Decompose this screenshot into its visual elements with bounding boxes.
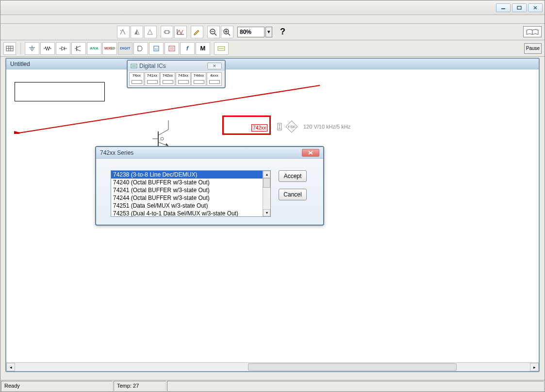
help-button[interactable]: ?	[280, 27, 285, 37]
svg-text:FSK: FSK	[288, 125, 296, 129]
list-item[interactable]: 74240 (Octal BUFFER w/3-state Out)	[111, 179, 263, 186]
digital-ic-74xx-button[interactable]: 74xx	[129, 72, 144, 86]
window-titlebar	[0, 0, 545, 15]
fsk-text: 120 V/10 kHz/5 kHz	[303, 124, 350, 130]
hscroll-thumb[interactable]	[248, 363, 457, 371]
tool-rotate-right-button[interactable]	[144, 26, 157, 38]
transistor-tool-button[interactable]	[71, 42, 86, 55]
mixed-tool-button[interactable]: MIXED	[102, 42, 117, 55]
svg-rect-36	[170, 47, 174, 50]
window-minimize-button[interactable]	[496, 3, 511, 12]
zoom-out-button[interactable]	[207, 26, 220, 38]
svg-rect-51	[132, 65, 136, 67]
zoom-input[interactable]	[237, 27, 264, 37]
digital-ics-titlebar[interactable]: Digital ICs ✕	[128, 61, 225, 71]
pause-button[interactable]: Pause	[524, 43, 542, 54]
list-item[interactable]: 74241 (Octal BUFFER w/3-state Out)	[111, 186, 263, 194]
horizontal-scrollbar[interactable]: ◂ ▸	[6, 362, 539, 371]
digital-ics-panel: Digital ICs ✕ 74xx741xx742xx743xx744xx4x…	[127, 60, 226, 88]
digital-ic-741xx-button[interactable]: 741xx	[145, 72, 160, 86]
function-tool-button[interactable]: f	[180, 42, 195, 55]
svg-line-42	[158, 130, 168, 135]
zoom-in-button[interactable]	[221, 26, 233, 38]
svg-text:IC: IC	[155, 48, 158, 50]
listbox-scroll-thumb[interactable]	[263, 178, 270, 188]
hscroll-left-arrow[interactable]: ◂	[6, 363, 15, 371]
svg-point-39	[161, 137, 164, 140]
highlighted-742xx-box: 742xx	[222, 115, 271, 135]
svg-rect-5	[165, 31, 169, 33]
svg-line-31	[77, 46, 81, 48]
digit-tool-button[interactable]: DIGIT	[118, 42, 132, 55]
list-item[interactable]: 74253 (Dual 4-to-1 Data Sel/MUX w/3-stat…	[111, 210, 263, 216]
digital-ics-title: Digital ICs	[139, 63, 166, 69]
ana-tool-button[interactable]: ANA	[87, 42, 101, 55]
tool-rotate-left-button[interactable]	[117, 26, 130, 38]
series-dialog-title: 742xx Series	[100, 149, 133, 156]
status-ready: Ready	[1, 381, 113, 392]
list-item[interactable]: 74251 (Data Sel/MUX w/3-state Out)	[111, 202, 263, 210]
chip-tool-button[interactable]: IC	[149, 42, 164, 55]
resistor-tool-button[interactable]	[40, 42, 55, 55]
hscroll-right-arrow[interactable]: ▸	[530, 363, 539, 371]
diode-tool-button[interactable]	[56, 42, 70, 55]
document-title: Untitled	[10, 61, 30, 67]
svg-rect-1	[517, 6, 521, 9]
series-dialog-close-button[interactable]	[302, 149, 319, 157]
svg-line-11	[215, 33, 216, 35]
m-tool-button[interactable]: M	[196, 42, 210, 55]
status-bar: Ready Temp: 27	[0, 380, 545, 392]
manual-icon[interactable]	[523, 26, 542, 37]
canvas-panel-box	[15, 82, 105, 101]
digital-ic-742xx-button[interactable]: 742xx	[160, 72, 175, 86]
instrument-tool-button[interactable]	[214, 42, 229, 55]
ground-tool-button[interactable]	[25, 42, 39, 55]
digital-ic-743xx-button[interactable]: 743xx	[176, 72, 191, 86]
digital-ics-close-button[interactable]: ✕	[207, 63, 222, 69]
svg-line-32	[77, 49, 81, 51]
window-close-button[interactable]	[528, 3, 543, 12]
display-tool-button[interactable]	[165, 42, 179, 55]
fsk-component[interactable]: FSK 120 V/10 kHz/5 kHz	[277, 119, 350, 134]
toolbar-primary: ▾ ?	[0, 24, 545, 40]
series-dialog-titlebar[interactable]: 742xx Series	[96, 147, 323, 159]
list-item[interactable]: 74244 (Octal BUFFER w/3-state Out)	[111, 194, 263, 202]
listbox-scroll-down[interactable]: ▾	[263, 209, 270, 216]
listbox-scroll-up[interactable]: ▴	[263, 171, 270, 178]
zoom-dropdown-button[interactable]: ▾	[265, 27, 272, 37]
toolbar-parts: ANA MIXED DIGIT IC f M Pause	[0, 40, 545, 57]
window-maximize-button[interactable]	[512, 3, 527, 12]
tool-component-button[interactable]	[161, 26, 173, 38]
status-empty	[167, 381, 544, 392]
highlighted-742xx-label: 742xx	[251, 124, 267, 131]
document-titlebar: Untitled	[6, 59, 539, 69]
accept-button[interactable]: Accept	[279, 170, 307, 182]
tool-graph-button[interactable]	[174, 26, 187, 38]
cancel-button[interactable]: Cancel	[279, 189, 307, 200]
digital-ic-4xxx-button[interactable]: 4xxx	[207, 72, 222, 86]
svg-line-14	[228, 33, 230, 35]
digital-ic-744xx-button[interactable]: 744xx	[191, 72, 206, 86]
listbox-scrollbar[interactable]: ▴ ▾	[263, 171, 270, 216]
list-item[interactable]: 74238 (3-to-8 Line Dec/DEMUX)	[111, 171, 263, 179]
svg-point-4	[120, 30, 121, 31]
transistor-symbol[interactable]	[152, 118, 174, 147]
tool-edit-button[interactable]	[191, 26, 203, 38]
grid-tool-button[interactable]	[3, 42, 16, 55]
status-temp: Temp: 27	[114, 381, 166, 392]
series-listbox[interactable]: 74238 (3-to-8 Line Dec/DEMUX)74240 (Octa…	[111, 170, 271, 217]
series-dialog: 742xx Series 74238 (3-to-8 Line Dec/DEMU…	[95, 146, 324, 226]
gate-tool-button[interactable]	[133, 42, 148, 55]
app-window: ▾ ? ANA MIXED DIGIT IC	[0, 0, 545, 392]
tool-mirror-button[interactable]	[131, 26, 143, 38]
